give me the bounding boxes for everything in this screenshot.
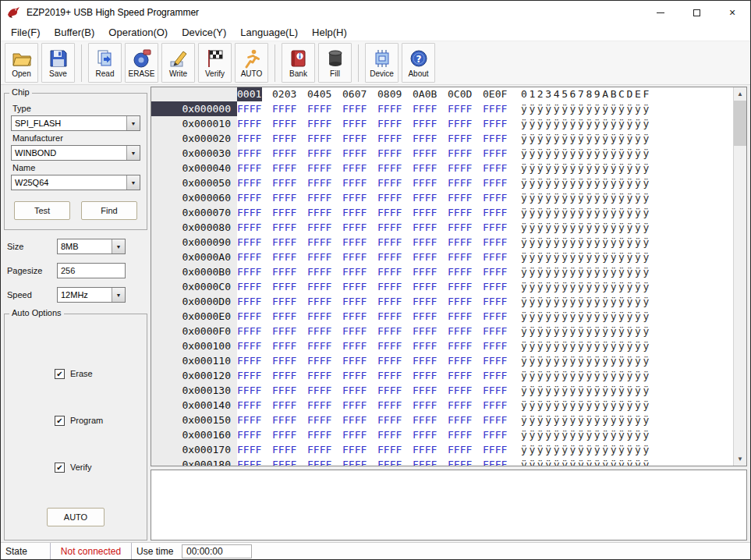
- hex-cell[interactable]: FFFF: [483, 146, 508, 161]
- hex-cell[interactable]: FFFF: [483, 398, 508, 413]
- hex-cell[interactable]: FFFF: [237, 442, 262, 457]
- hex-cell[interactable]: FFFF: [377, 116, 402, 131]
- hex-cell[interactable]: FFFF: [413, 353, 437, 368]
- hex-cell[interactable]: FFFF: [307, 250, 332, 264]
- maximize-button[interactable]: [678, 1, 714, 24]
- ascii-cell[interactable]: ÿÿÿÿÿÿÿÿÿÿÿÿÿÿÿÿ: [521, 161, 651, 175]
- hex-cell[interactable]: FFFF: [377, 250, 402, 264]
- ascii-cell[interactable]: ÿÿÿÿÿÿÿÿÿÿÿÿÿÿÿÿ: [521, 368, 651, 383]
- hex-cell[interactable]: FFFF: [272, 279, 297, 294]
- hex-cell[interactable]: FFFF: [237, 413, 262, 427]
- hex-cell[interactable]: FFFF: [377, 235, 402, 250]
- write-button[interactable]: Write: [161, 43, 195, 83]
- menu-device[interactable]: Device(Y): [175, 25, 233, 40]
- ascii-cell[interactable]: ÿÿÿÿÿÿÿÿÿÿÿÿÿÿÿÿ: [521, 427, 651, 442]
- hex-cell[interactable]: FFFF: [413, 131, 437, 146]
- hex-cell[interactable]: FFFF: [377, 294, 402, 309]
- chevron-down-icon[interactable]: ▼: [112, 288, 125, 302]
- hex-cell[interactable]: FFFF: [237, 264, 262, 279]
- ascii-cell[interactable]: ÿÿÿÿÿÿÿÿÿÿÿÿÿÿÿÿ: [521, 190, 651, 205]
- menu-file[interactable]: File(F): [4, 25, 48, 40]
- hex-cell[interactable]: FFFF: [413, 190, 437, 205]
- hex-cell[interactable]: FFFF: [413, 383, 437, 398]
- hex-cell[interactable]: FFFF: [237, 250, 262, 264]
- hex-cell[interactable]: FFFF: [448, 146, 473, 161]
- hex-cell[interactable]: FFFF: [377, 368, 402, 383]
- hex-cell[interactable]: FFFF: [272, 398, 297, 413]
- hex-cell[interactable]: FFFF: [237, 353, 262, 368]
- menu-help[interactable]: Help(H): [305, 25, 354, 40]
- hex-cell[interactable]: FFFF: [483, 383, 508, 398]
- hex-cell[interactable]: FFFF: [448, 161, 473, 175]
- hex-cell[interactable]: FFFF: [307, 279, 332, 294]
- hex-cell[interactable]: FFFF: [237, 161, 262, 175]
- hex-cell[interactable]: FFFF: [413, 442, 437, 457]
- hex-cell[interactable]: FFFF: [483, 338, 508, 353]
- hex-cell[interactable]: FFFF: [377, 338, 402, 353]
- hex-cell[interactable]: FFFF: [483, 294, 508, 309]
- hex-cell[interactable]: FFFF: [272, 309, 297, 324]
- hex-cell[interactable]: FFFF: [377, 398, 402, 413]
- hex-cell[interactable]: FFFF: [377, 353, 402, 368]
- about-button[interactable]: ? About: [402, 43, 435, 83]
- hex-cell[interactable]: FFFF: [307, 205, 332, 220]
- hex-cell[interactable]: FFFF: [237, 338, 262, 353]
- hex-cell[interactable]: FFFF: [483, 205, 508, 220]
- hex-cell[interactable]: FFFF: [413, 250, 437, 264]
- hex-cell[interactable]: FFFF: [237, 324, 262, 338]
- read-button[interactable]: Read: [88, 43, 122, 83]
- hex-cell[interactable]: FFFF: [342, 205, 367, 220]
- hex-cell[interactable]: FFFF: [342, 457, 367, 466]
- hex-cell[interactable]: FFFF: [237, 131, 262, 146]
- hex-cell[interactable]: FFFF: [307, 175, 332, 190]
- hex-cell[interactable]: FFFF: [272, 131, 297, 146]
- hex-cell[interactable]: FFFF: [342, 279, 367, 294]
- hex-cell[interactable]: FFFF: [413, 427, 437, 442]
- hex-cell[interactable]: FFFF: [342, 427, 367, 442]
- close-button[interactable]: ×: [714, 1, 750, 24]
- hex-cell[interactable]: FFFF: [483, 116, 508, 131]
- hex-cell[interactable]: FFFF: [448, 205, 473, 220]
- hex-cell[interactable]: FFFF: [483, 235, 508, 250]
- hex-cell[interactable]: FFFF: [237, 235, 262, 250]
- hex-cell[interactable]: FFFF: [448, 220, 473, 235]
- hex-cell[interactable]: FFFF: [448, 324, 473, 338]
- hex-cell[interactable]: FFFF: [342, 338, 367, 353]
- hex-cell[interactable]: FFFF: [483, 353, 508, 368]
- hex-cell[interactable]: FFFF: [377, 279, 402, 294]
- hex-cell[interactable]: FFFF: [307, 116, 332, 131]
- hex-cell[interactable]: FFFF: [307, 353, 332, 368]
- ascii-cell[interactable]: ÿÿÿÿÿÿÿÿÿÿÿÿÿÿÿÿ: [521, 220, 651, 235]
- hex-cell[interactable]: FFFF: [377, 413, 402, 427]
- menu-operation[interactable]: Operation(O): [101, 25, 175, 40]
- ascii-cell[interactable]: ÿÿÿÿÿÿÿÿÿÿÿÿÿÿÿÿ: [521, 398, 651, 413]
- hex-cell[interactable]: FFFF: [272, 190, 297, 205]
- hex-cell[interactable]: FFFF: [307, 368, 332, 383]
- hex-cell[interactable]: FFFF: [307, 101, 332, 116]
- hex-cell[interactable]: FFFF: [272, 413, 297, 427]
- ascii-cell[interactable]: ÿÿÿÿÿÿÿÿÿÿÿÿÿÿÿÿ: [521, 457, 651, 466]
- hex-cell[interactable]: FFFF: [307, 383, 332, 398]
- hex-cell[interactable]: FFFF: [272, 264, 297, 279]
- hex-cell[interactable]: FFFF: [448, 353, 473, 368]
- hex-cell[interactable]: FFFF: [413, 101, 437, 116]
- erase-checkbox[interactable]: ✔ Erase: [55, 367, 140, 380]
- hex-cell[interactable]: FFFF: [272, 338, 297, 353]
- hex-cell[interactable]: FFFF: [342, 442, 367, 457]
- verify-checkbox[interactable]: ✔ Verify: [55, 461, 140, 473]
- ascii-cell[interactable]: ÿÿÿÿÿÿÿÿÿÿÿÿÿÿÿÿ: [521, 250, 651, 264]
- hex-cell[interactable]: FFFF: [448, 250, 473, 264]
- hex-cell[interactable]: FFFF: [237, 101, 262, 116]
- chip-type-select[interactable]: SPI_FLASH ▼: [11, 115, 140, 131]
- ascii-cell[interactable]: ÿÿÿÿÿÿÿÿÿÿÿÿÿÿÿÿ: [521, 264, 651, 279]
- hex-cell[interactable]: FFFF: [448, 368, 473, 383]
- hex-cell[interactable]: FFFF: [272, 175, 297, 190]
- menu-language[interactable]: Language(L): [233, 25, 305, 40]
- hex-cell[interactable]: FFFF: [377, 324, 402, 338]
- hex-cell[interactable]: FFFF: [272, 353, 297, 368]
- hex-cell[interactable]: FFFF: [377, 131, 402, 146]
- ascii-cell[interactable]: ÿÿÿÿÿÿÿÿÿÿÿÿÿÿÿÿ: [521, 235, 651, 250]
- hex-cell[interactable]: FFFF: [272, 368, 297, 383]
- hex-cell[interactable]: FFFF: [272, 220, 297, 235]
- ascii-cell[interactable]: ÿÿÿÿÿÿÿÿÿÿÿÿÿÿÿÿ: [521, 205, 651, 220]
